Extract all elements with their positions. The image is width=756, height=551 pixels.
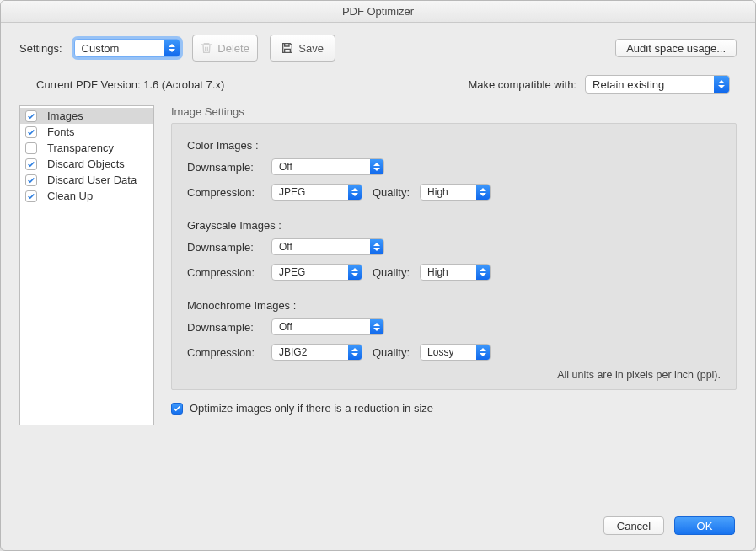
- chevrons-icon: [348, 185, 362, 200]
- gray-downsample-select[interactable]: Off: [271, 238, 384, 255]
- mono-images-label: Monochrome Images :: [187, 299, 721, 312]
- sidebar-checkbox[interactable]: [25, 142, 37, 154]
- chevrons-icon: [348, 265, 362, 280]
- gray-quality-select[interactable]: High: [420, 264, 491, 281]
- mono-compression-select[interactable]: JBIG2: [271, 344, 362, 361]
- save-preset-button[interactable]: Save: [270, 35, 335, 62]
- chevrons-icon: [370, 159, 383, 174]
- sidebar-item-transparency[interactable]: Transparency: [20, 140, 153, 156]
- gray-compression-select[interactable]: JPEG: [271, 264, 362, 281]
- sidebar-checkbox[interactable]: [25, 110, 37, 122]
- sidebar-item-label: Discard Objects: [47, 158, 125, 170]
- chevrons-icon: [370, 319, 383, 334]
- sidebar-item-label: Images: [47, 110, 83, 122]
- sidebar-item-discard-user-data[interactable]: Discard User Data: [20, 172, 153, 188]
- window-title: PDF Optimizer: [1, 1, 755, 23]
- chevrons-icon: [164, 40, 180, 56]
- optimize-reduction-label: Optimize images only if there is a reduc…: [190, 402, 433, 415]
- category-sidebar: ImagesFontsTransparencyDiscard ObjectsDi…: [19, 105, 154, 425]
- panel-title: Image Settings: [171, 105, 737, 118]
- chevrons-icon: [476, 345, 490, 360]
- color-images-label: Color Images :: [187, 139, 721, 152]
- ppi-note: All units are in pixels per inch (ppi).: [187, 369, 721, 381]
- mono-quality-select[interactable]: Lossy: [420, 344, 491, 361]
- pdf-optimizer-window: PDF Optimizer Settings: Custom Delete Sa…: [0, 0, 756, 551]
- color-compression-select[interactable]: JPEG: [271, 184, 362, 201]
- chevrons-icon: [714, 76, 729, 93]
- chevrons-icon: [348, 345, 362, 360]
- ok-button[interactable]: OK: [674, 516, 735, 535]
- quality-label: Quality:: [373, 266, 410, 279]
- compression-label: Compression:: [187, 266, 261, 279]
- delete-preset-button[interactable]: Delete: [192, 35, 258, 62]
- settings-preset-select[interactable]: Custom: [74, 39, 180, 57]
- color-quality-select[interactable]: High: [420, 184, 491, 201]
- compatibility-select[interactable]: Retain existing: [585, 75, 730, 94]
- sidebar-item-label: Clean Up: [47, 190, 93, 202]
- sidebar-item-clean-up[interactable]: Clean Up: [20, 188, 153, 204]
- sidebar-checkbox[interactable]: [25, 158, 37, 170]
- floppy-icon: [281, 41, 294, 55]
- image-settings-panel: Color Images : Downsample: Off Compressi…: [171, 123, 737, 390]
- optimize-reduction-checkbox[interactable]: [171, 403, 183, 415]
- compatible-label: Make compatible with:: [468, 78, 576, 91]
- settings-label: Settings:: [19, 42, 62, 55]
- cancel-button[interactable]: Cancel: [603, 516, 664, 535]
- downsample-label: Downsample:: [187, 161, 261, 174]
- sidebar-item-fonts[interactable]: Fonts: [20, 124, 153, 140]
- grayscale-images-label: Grayscale Images :: [187, 219, 721, 232]
- quality-label: Quality:: [373, 186, 410, 199]
- sidebar-checkbox[interactable]: [25, 190, 37, 202]
- sidebar-item-label: Discard User Data: [47, 174, 137, 186]
- chevrons-icon: [476, 265, 490, 280]
- sidebar-item-discard-objects[interactable]: Discard Objects: [20, 156, 153, 172]
- sidebar-item-images[interactable]: Images: [20, 108, 153, 124]
- mono-downsample-select[interactable]: Off: [271, 318, 384, 335]
- trash-icon: [200, 41, 213, 55]
- downsample-label: Downsample:: [187, 241, 261, 254]
- downsample-label: Downsample:: [187, 321, 261, 334]
- sidebar-checkbox[interactable]: [25, 126, 37, 138]
- chevrons-icon: [476, 185, 490, 200]
- color-downsample-select[interactable]: Off: [271, 158, 384, 175]
- audit-space-usage-button[interactable]: Audit space usage...: [615, 39, 737, 57]
- sidebar-item-label: Transparency: [47, 142, 114, 154]
- quality-label: Quality:: [373, 346, 410, 359]
- compression-label: Compression:: [187, 186, 261, 199]
- current-pdf-version: Current PDF Version: 1.6 (Acrobat 7.x): [36, 78, 224, 91]
- compression-label: Compression:: [187, 346, 261, 359]
- sidebar-checkbox[interactable]: [25, 174, 37, 186]
- sidebar-item-label: Fonts: [47, 126, 75, 138]
- chevrons-icon: [370, 239, 383, 254]
